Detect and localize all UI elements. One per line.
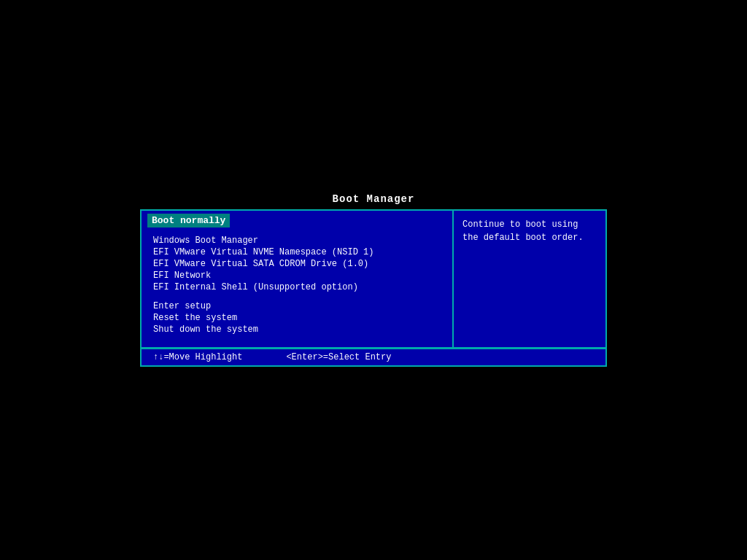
menu-item-efi-nvme[interactable]: EFI VMware Virtual NVME Namespace (NSID …: [147, 246, 446, 258]
screen-wrapper: Boot Manager Boot normally Windows Boot …: [0, 0, 747, 560]
main-panel: Boot normally Windows Boot ManagerEFI VM…: [140, 209, 607, 349]
menu-item-enter-setup[interactable]: Enter setup: [147, 300, 446, 312]
navigate-hint: ↑↓=Move Highlight: [153, 352, 242, 362]
menu-item-windows-boot-manager[interactable]: Windows Boot Manager: [147, 235, 446, 246]
status-bar: ↑↓=Move Highlight <Enter>=Select Entry: [140, 349, 607, 367]
menu-item-reset-system[interactable]: Reset the system: [147, 312, 446, 324]
menu-items-list: Windows Boot ManagerEFI VMware Virtual N…: [147, 235, 446, 293]
description-text: Continue to boot using the default boot …: [462, 219, 584, 243]
left-panel: Boot normally Windows Boot ManagerEFI VM…: [142, 211, 452, 347]
menu-item-shut-down[interactable]: Shut down the system: [147, 324, 446, 335]
menu-item-efi-shell[interactable]: EFI Internal Shell (Unsupported option): [147, 281, 446, 293]
panel-body: Boot normally Windows Boot ManagerEFI VM…: [142, 211, 605, 347]
menu-item-efi-sata[interactable]: EFI VMware Virtual SATA CDROM Drive (1.0…: [147, 258, 446, 270]
selected-menu-item[interactable]: Boot normally: [147, 214, 230, 228]
select-hint: <Enter>=Select Entry: [286, 352, 391, 362]
menu-item-efi-network[interactable]: EFI Network: [147, 270, 446, 281]
extra-items-list: Enter setupReset the systemShut down the…: [147, 300, 446, 335]
right-panel: Continue to boot using the default boot …: [452, 211, 605, 347]
page-title: Boot Manager: [333, 193, 415, 205]
